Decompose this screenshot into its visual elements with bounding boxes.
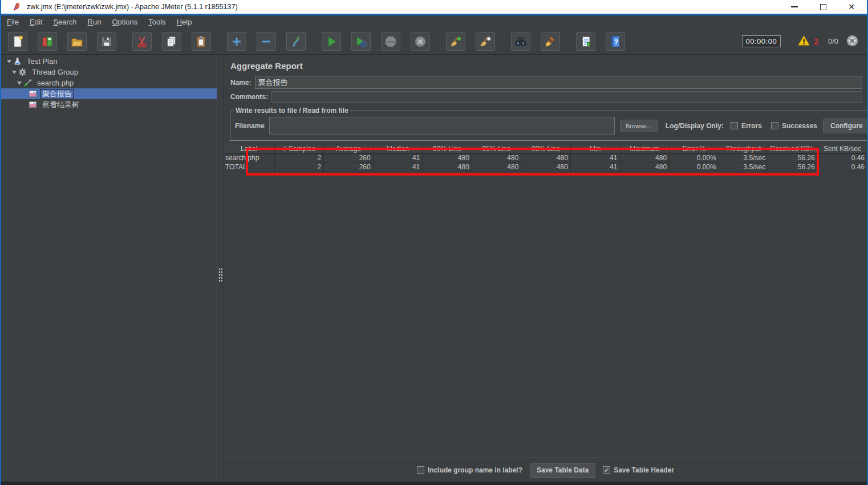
window-bottom-border bbox=[1, 482, 867, 485]
column-header[interactable]: Sent KB/sec bbox=[817, 145, 867, 153]
collapse-arrow-icon[interactable] bbox=[16, 81, 23, 85]
tree-item-label: Test Plan bbox=[25, 57, 59, 66]
maximize-button[interactable] bbox=[817, 2, 829, 12]
clear-all-button[interactable] bbox=[476, 32, 495, 51]
collapse-arrow-icon[interactable] bbox=[11, 71, 18, 74]
paste-icon bbox=[194, 35, 208, 48]
start-no-timers-button[interactable] bbox=[351, 32, 371, 51]
close-button[interactable]: ✕ bbox=[845, 2, 858, 12]
search-button[interactable] bbox=[511, 32, 530, 51]
menu-tools[interactable]: Tools bbox=[148, 18, 165, 26]
tree-item-aggregate-report[interactable]: 聚合报告 bbox=[1, 88, 217, 99]
name-label: Name: bbox=[230, 79, 252, 87]
maximize-icon bbox=[820, 4, 826, 10]
name-input[interactable] bbox=[255, 76, 862, 89]
add-button[interactable] bbox=[227, 32, 246, 51]
table-row[interactable]: search.php226041480480480414800.00%3.5/s… bbox=[224, 153, 867, 162]
templates-button[interactable] bbox=[38, 32, 57, 51]
include-group-checkbox[interactable] bbox=[417, 466, 424, 474]
save-table-header-checkbox[interactable]: ✓ bbox=[603, 466, 610, 474]
menu-search[interactable]: Search bbox=[53, 18, 76, 26]
help-icon: ? bbox=[609, 35, 622, 48]
table-cell: 41 bbox=[570, 153, 620, 162]
clear-button[interactable] bbox=[446, 32, 465, 51]
table-cell: 480 bbox=[472, 162, 521, 172]
save-table-data-button[interactable]: Save Table Data bbox=[530, 463, 595, 478]
minimize-button[interactable] bbox=[788, 2, 801, 12]
new-file-button[interactable] bbox=[8, 32, 27, 51]
log-errors-indicator[interactable]: 2 bbox=[797, 34, 818, 49]
table-cell: 41 bbox=[373, 162, 423, 172]
menu-file[interactable]: File bbox=[7, 18, 19, 26]
comments-input[interactable] bbox=[271, 91, 862, 103]
jmeter-logo-icon bbox=[13, 2, 22, 11]
warning-count: 2 bbox=[814, 37, 818, 46]
column-header[interactable]: 99% Line bbox=[521, 145, 571, 153]
column-header[interactable]: Error % bbox=[670, 145, 719, 153]
table-cell: 2 bbox=[274, 153, 324, 162]
search-reset-button[interactable] bbox=[541, 32, 560, 51]
subtract-button[interactable] bbox=[257, 32, 276, 51]
test-plan-tree: Test PlanThread Groupsearch.php聚合报告察看结果树 bbox=[1, 55, 217, 482]
tree-item-thread-group[interactable]: Thread Group bbox=[1, 67, 217, 78]
column-header[interactable]: Throughput bbox=[719, 145, 768, 153]
help-button[interactable]: ? bbox=[606, 32, 625, 51]
save-header-checkbox-group: ✓ Save Table Header bbox=[603, 466, 674, 474]
tree-item-label: 察看结果树 bbox=[40, 100, 81, 109]
tree-item-view-results-tree[interactable]: 察看结果树 bbox=[1, 99, 217, 110]
table-footer: Include group name in label? Save Table … bbox=[224, 458, 867, 482]
menu-options[interactable]: Options bbox=[112, 18, 137, 26]
function-helper-button[interactable] bbox=[576, 32, 595, 51]
column-header[interactable]: 90% Line bbox=[423, 145, 472, 153]
listener-icon bbox=[28, 100, 38, 109]
errors-checkbox[interactable] bbox=[731, 122, 738, 129]
remote-status-icon bbox=[846, 34, 859, 49]
toolbar-separator bbox=[570, 32, 576, 51]
configure-button[interactable]: Configure bbox=[823, 119, 867, 133]
paste-button[interactable] bbox=[192, 32, 211, 51]
templates-icon bbox=[40, 35, 54, 48]
log-display-only-label: Log/Display Only: bbox=[666, 122, 724, 130]
open-file-button[interactable] bbox=[67, 32, 87, 51]
table-cell: search.php bbox=[224, 153, 274, 162]
save-button[interactable] bbox=[97, 32, 116, 51]
column-header[interactable]: 95% Line bbox=[472, 145, 521, 153]
shutdown-button[interactable] bbox=[411, 32, 430, 51]
toggle-button[interactable] bbox=[286, 32, 306, 51]
stop-button[interactable]: STOP bbox=[381, 32, 400, 51]
start-button[interactable] bbox=[322, 32, 341, 51]
toolbar: STOP? 00:00:00 2 0/0 bbox=[1, 28, 867, 55]
column-header[interactable]: Label bbox=[224, 145, 274, 153]
column-header[interactable]: Received KB/... bbox=[768, 145, 818, 153]
menu-run[interactable]: Run bbox=[88, 18, 102, 26]
table-cell: 480 bbox=[620, 162, 670, 172]
table-header-row: Label# SamplesAverageMedian90% Line95% L… bbox=[224, 145, 867, 153]
column-header[interactable]: Average bbox=[324, 145, 374, 153]
successes-checkbox-group: Successes bbox=[771, 122, 817, 130]
table-row[interactable]: TOTAL226041480480480414800.00%3.5/sec56.… bbox=[224, 162, 867, 172]
column-header[interactable]: Maximum bbox=[620, 145, 670, 153]
toolbar-separator bbox=[316, 32, 322, 51]
menu-help[interactable]: Help bbox=[177, 18, 192, 26]
cut-button[interactable] bbox=[132, 32, 152, 51]
copy-icon bbox=[165, 35, 179, 48]
close-icon: ✕ bbox=[848, 3, 855, 11]
tree-item-test-plan[interactable]: Test Plan bbox=[1, 56, 217, 67]
search-icon bbox=[514, 35, 528, 48]
browse-button[interactable]: Browse... bbox=[620, 120, 658, 132]
warning-icon bbox=[797, 34, 810, 49]
clear-all-icon bbox=[478, 35, 492, 48]
copy-button[interactable] bbox=[162, 32, 181, 51]
panel-splitter[interactable] bbox=[217, 55, 224, 482]
collapse-arrow-icon[interactable] bbox=[6, 60, 13, 63]
sampler-icon bbox=[23, 79, 33, 88]
minimize-icon bbox=[791, 6, 798, 7]
tree-item-search-php[interactable]: search.php bbox=[1, 78, 217, 88]
successes-checkbox[interactable] bbox=[771, 122, 778, 129]
tree-item-label: 聚合报告 bbox=[40, 89, 74, 99]
column-header[interactable]: Median bbox=[373, 145, 423, 153]
menu-edit[interactable]: Edit bbox=[30, 18, 42, 26]
column-header[interactable]: Min bbox=[570, 145, 620, 153]
column-header[interactable]: # Samples bbox=[274, 145, 324, 153]
filename-input[interactable] bbox=[269, 117, 615, 135]
